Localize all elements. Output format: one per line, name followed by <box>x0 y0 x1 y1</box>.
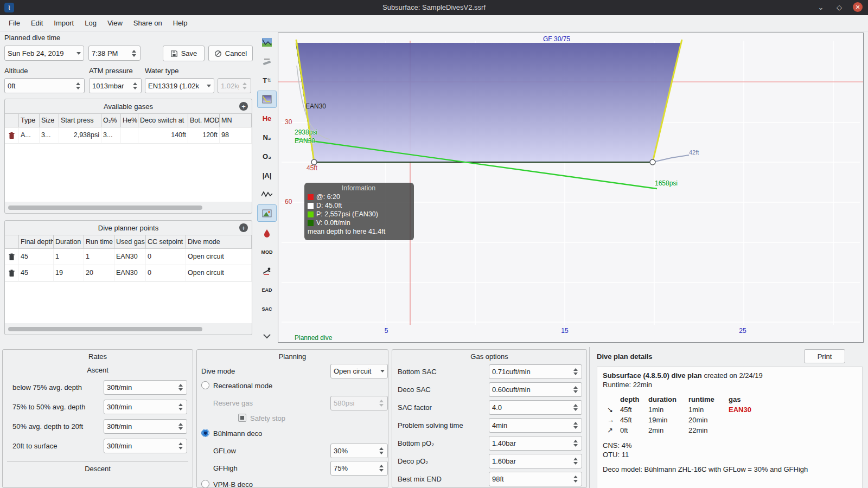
spinner-arrows-icon[interactable] <box>177 423 184 430</box>
profile-graph-icon[interactable] <box>257 34 277 51</box>
point-cell-gas[interactable]: EAN30 <box>114 249 146 265</box>
gases-header-he[interactable]: He% <box>121 113 138 127</box>
diver-icon[interactable] <box>257 262 277 280</box>
gas-cell-start-press[interactable]: 2,938psi <box>59 127 101 144</box>
spinner-arrows-icon[interactable] <box>132 82 138 89</box>
menu-share-on[interactable]: Share on <box>128 16 168 30</box>
spinner-arrows-icon[interactable] <box>378 447 385 454</box>
deco-sac-spinner[interactable]: 0.60cuft/min <box>489 382 582 397</box>
scale-icon[interactable] <box>257 53 277 70</box>
delete-point-button[interactable] <box>5 265 19 281</box>
recreational-mode-radio[interactable] <box>201 381 209 389</box>
spinner-arrows-icon[interactable] <box>75 82 81 89</box>
menu-edit[interactable]: Edit <box>25 16 48 30</box>
spinner-arrows-icon[interactable] <box>572 476 579 483</box>
gases-header-deco-switch[interactable]: Deco switch at <box>138 113 188 127</box>
maximize-icon[interactable]: ◇ <box>834 2 844 12</box>
water-type-select[interactable]: EN13319 (1.02k <box>145 78 214 93</box>
spinner-arrows-icon[interactable] <box>572 440 579 447</box>
menu-import[interactable]: Import <box>48 16 79 30</box>
point-cell-runtime[interactable]: 1 <box>84 249 114 265</box>
spinner-arrows-icon[interactable] <box>572 368 579 375</box>
points-header-gas[interactable]: Used gas <box>114 235 146 249</box>
deco-po2-spinner[interactable]: 1.60bar <box>489 454 582 468</box>
spinner-arrows-icon[interactable] <box>177 442 184 450</box>
menu-help[interactable]: Help <box>168 16 193 30</box>
menu-log[interactable]: Log <box>79 16 102 30</box>
delete-point-button[interactable] <box>5 249 19 265</box>
toolbar-scroll-down-icon[interactable] <box>257 328 277 345</box>
dive-mode-select[interactable]: Open circuit <box>330 364 388 378</box>
pp-o2-icon[interactable]: O₂ <box>257 147 277 165</box>
delete-gas-button[interactable] <box>5 127 19 144</box>
point-cell-mode[interactable]: Open circuit <box>186 265 252 281</box>
picture-icon[interactable] <box>257 204 277 222</box>
point-cell-setpoint[interactable]: 0 <box>146 249 186 265</box>
ead-icon[interactable]: EAD <box>257 281 277 299</box>
gfhigh-spinner[interactable]: 75% <box>330 461 388 476</box>
pp-he-icon[interactable]: He <box>257 110 277 127</box>
bottom-sac-spinner[interactable]: 0.71cuft/min <box>489 364 582 379</box>
rate-row-spinner[interactable]: 30ft/min <box>104 400 187 414</box>
spinner-arrows-icon[interactable] <box>378 465 385 472</box>
gases-header-bot-mod[interactable]: Bot. MOD <box>188 113 220 127</box>
add-gas-button[interactable]: + <box>239 102 248 111</box>
point-cell-duration[interactable]: 19 <box>54 265 84 281</box>
gases-header-type[interactable]: Type <box>19 113 40 127</box>
points-header-duration[interactable]: Duration <box>54 235 84 249</box>
gases-header-size[interactable]: Size <box>40 113 59 127</box>
points-header-mode[interactable]: Dive mode <box>186 235 252 249</box>
spinner-arrows-icon[interactable] <box>572 458 579 465</box>
gas-cell-size[interactable]: 3... <box>40 127 59 144</box>
menu-view[interactable]: View <box>102 16 128 30</box>
close-icon[interactable]: ✕ <box>853 2 863 12</box>
point-cell-duration[interactable]: 1 <box>54 249 84 265</box>
text-size-icon[interactable]: T⇅ <box>257 72 277 89</box>
gas-cell-o2[interactable]: 3... <box>101 127 121 144</box>
ceiling-icon[interactable]: |A| <box>257 166 277 184</box>
spinner-arrows-icon[interactable] <box>572 386 579 393</box>
point-cell-mode[interactable]: Open circuit <box>186 249 252 265</box>
gases-header-start-press[interactable]: Start press <box>59 113 101 127</box>
atm-pressure-spinner[interactable]: 1013mbar <box>89 78 142 93</box>
gradient-box-icon[interactable] <box>257 91 277 108</box>
mod-icon[interactable]: MOD <box>257 243 277 261</box>
point-cell-depth[interactable]: 45 <box>19 265 54 281</box>
spinner-arrows-icon[interactable] <box>177 403 184 410</box>
point-cell-setpoint[interactable]: 0 <box>146 265 186 281</box>
dive-profile-chart[interactable]: GF 30/75 EAN30 2938psi EAN30 45ft 1658ps… <box>278 33 864 343</box>
minimize-icon[interactable]: ⌄ <box>816 2 826 12</box>
gas-cell-he[interactable] <box>121 127 138 144</box>
spinner-arrows-icon[interactable] <box>177 384 184 391</box>
gases-hscrollbar[interactable] <box>8 206 202 210</box>
best-mix-end-spinner[interactable]: 98ft <box>489 472 582 486</box>
spinner-arrows-icon[interactable] <box>572 422 579 429</box>
spinner-arrows-icon[interactable] <box>131 50 137 57</box>
bottom-po2-spinner[interactable]: 1.40bar <box>489 436 582 451</box>
rate-row-spinner[interactable]: 30ft/min <box>104 439 187 453</box>
safety-stop-checkbox[interactable] <box>238 414 246 422</box>
vpmb-deco-radio[interactable] <box>201 480 209 488</box>
points-header-depth[interactable]: Final depth <box>19 235 54 249</box>
add-point-button[interactable]: + <box>239 223 248 232</box>
gas-cell-type[interactable]: A... <box>19 127 40 144</box>
altitude-spinner[interactable]: 0ft <box>4 78 85 93</box>
problem-time-spinner[interactable]: 4min <box>489 418 582 433</box>
gflow-spinner[interactable]: 30% <box>330 444 388 458</box>
dive-date-select[interactable]: Sun Feb 24, 2019 <box>4 46 84 61</box>
splitter[interactable] <box>589 347 590 488</box>
point-cell-depth[interactable]: 45 <box>19 249 54 265</box>
gas-cell-bot-mod[interactable]: 120ft <box>188 127 220 144</box>
gas-pressure-icon[interactable] <box>257 224 277 242</box>
point-cell-runtime[interactable]: 20 <box>84 265 114 281</box>
sac-factor-spinner[interactable]: 4.0 <box>489 400 582 415</box>
point-cell-gas[interactable]: EAN30 <box>114 265 146 281</box>
save-button[interactable]: Save <box>163 46 205 61</box>
rate-row-spinner[interactable]: 30ft/min <box>104 380 187 395</box>
gases-header-mnd[interactable]: MN <box>220 113 252 127</box>
print-button[interactable]: Print <box>804 349 845 363</box>
tissues-icon[interactable] <box>257 185 277 203</box>
cancel-button[interactable]: Cancel <box>208 46 253 61</box>
rate-row-spinner[interactable]: 30ft/min <box>104 419 187 434</box>
waypoint-handle[interactable] <box>650 159 655 165</box>
